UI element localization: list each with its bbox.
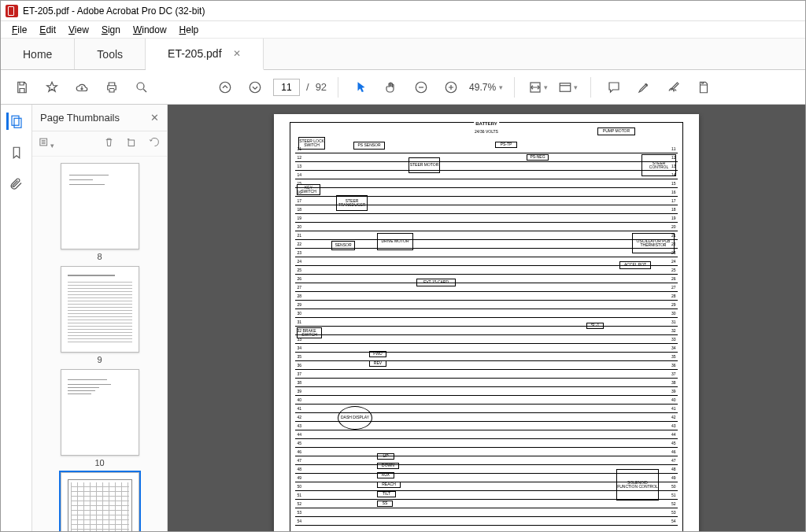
read-mode-icon[interactable]: ▾ xyxy=(556,76,579,99)
save-icon[interactable] xyxy=(10,76,34,99)
thumb-options-icon[interactable]: ▾ xyxy=(39,136,54,151)
menu-edit[interactable]: Edit xyxy=(35,23,61,37)
titlebar: ET-205.pdf - Adobe Acrobat Pro DC (32-bi… xyxy=(1,1,805,21)
nav-rail xyxy=(1,105,32,531)
print-icon[interactable] xyxy=(100,76,124,99)
thumbnail-11[interactable]: 11 xyxy=(61,472,139,531)
star-icon[interactable] xyxy=(40,76,64,99)
svg-point-1 xyxy=(220,82,231,93)
page-number-input[interactable] xyxy=(273,79,300,96)
search-icon[interactable] xyxy=(130,76,153,99)
select-tool-icon[interactable] xyxy=(349,76,373,99)
thumb-undo-icon[interactable] xyxy=(149,136,161,151)
svg-point-0 xyxy=(137,83,144,90)
highlight-icon[interactable] xyxy=(632,76,656,99)
svg-rect-6 xyxy=(560,83,571,91)
thumbnails-toolbar: ▾ xyxy=(32,131,167,157)
thumbnails-rail-icon[interactable] xyxy=(6,113,24,130)
fit-width-icon[interactable]: ▾ xyxy=(526,76,549,99)
tab-tools[interactable]: Tools xyxy=(75,39,146,69)
schematic-diagram: BATTERY 24/36 VOLTS PUMP MOTOR STEER LOC… xyxy=(290,122,683,531)
panel-close-icon[interactable]: ✕ xyxy=(150,112,159,124)
pdf-icon xyxy=(6,5,18,17)
tab-home[interactable]: Home xyxy=(1,39,75,69)
menu-help[interactable]: Help xyxy=(175,23,204,37)
close-icon[interactable]: ✕ xyxy=(233,48,241,59)
cloud-icon[interactable] xyxy=(70,76,94,99)
page-up-icon[interactable] xyxy=(213,76,237,99)
tabbar: Home Tools ET-205.pdf ✕ xyxy=(1,39,805,70)
zoom-select[interactable]: 49.7%▾ xyxy=(469,79,503,96)
menu-window[interactable]: Window xyxy=(128,23,172,37)
page-down-icon[interactable] xyxy=(243,76,267,99)
comment-icon[interactable] xyxy=(602,76,626,99)
thumbnails-panel: Page Thumbnails ✕ ▾ 8 9 xyxy=(32,105,168,531)
menu-file[interactable]: File xyxy=(7,23,31,37)
more-tools-icon[interactable] xyxy=(692,76,715,99)
tab-document[interactable]: ET-205.pdf ✕ xyxy=(146,39,264,70)
thumb-rotate-left-icon[interactable] xyxy=(126,136,138,151)
svg-rect-8 xyxy=(14,118,21,127)
attachment-rail-icon[interactable] xyxy=(8,175,25,193)
sign-icon[interactable] xyxy=(662,76,686,99)
toolbar: / 92 49.7%▾ ▾ ▾ xyxy=(1,70,805,105)
page-sep: / xyxy=(306,81,309,93)
svg-point-2 xyxy=(250,82,261,93)
workspace: Page Thumbnails ✕ ▾ 8 9 xyxy=(1,105,805,531)
hand-tool-icon[interactable] xyxy=(379,76,403,99)
zoom-in-icon[interactable] xyxy=(439,76,463,99)
svg-rect-10 xyxy=(128,140,135,146)
thumbnails-title: Page Thumbnails xyxy=(40,112,120,124)
window-title: ET-205.pdf - Adobe Acrobat Pro DC (32-bi… xyxy=(23,6,205,17)
document-viewer[interactable]: BATTERY 24/36 VOLTS PUMP MOTOR STEER LOC… xyxy=(168,105,805,531)
thumbnail-8[interactable]: 8 xyxy=(61,163,139,261)
menu-sign[interactable]: Sign xyxy=(97,23,125,37)
menu-view[interactable]: View xyxy=(64,23,94,37)
thumbnail-10[interactable]: 10 xyxy=(61,369,139,467)
thumbnail-9[interactable]: 9 xyxy=(61,266,139,364)
page-total: 92 xyxy=(316,81,327,93)
bookmark-rail-icon[interactable] xyxy=(8,144,25,161)
svg-rect-7 xyxy=(12,116,19,125)
page-canvas: BATTERY 24/36 VOLTS PUMP MOTOR STEER LOC… xyxy=(274,114,699,531)
menubar: File Edit View Sign Window Help xyxy=(1,21,805,39)
thumb-delete-icon[interactable] xyxy=(103,136,115,151)
zoom-out-icon[interactable] xyxy=(409,76,433,99)
thumbnails-list[interactable]: 8 9 10 11 xyxy=(32,157,167,531)
